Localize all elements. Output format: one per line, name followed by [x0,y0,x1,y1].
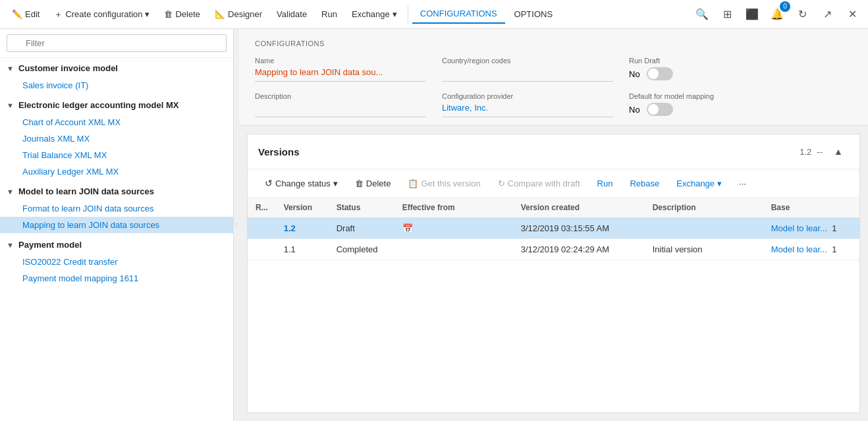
sidebar-item-model-join[interactable]: ▼ Model to learn JOIN data sources [0,182,233,200]
sidebar-item-customer-invoice[interactable]: ▼ Customer invoice model [0,59,233,77]
description-label: Description [255,92,426,100]
sidebar-item-format-join[interactable]: Format to learn JOIN data sources [0,200,233,217]
cell-r-1 [248,218,276,239]
create-configuration-button[interactable]: ＋ Create configuration ▾ [47,5,156,24]
provider-field: Configuration provider Litware, Inc. [442,92,613,117]
sidebar-item-iso20022[interactable]: ISO20022 Credit transfer [0,254,233,270]
country-label: Country/region codes [442,57,613,65]
run-draft-toggle[interactable] [647,67,673,80]
cell-version-2: 1.1 [276,239,329,260]
table-body: 1.2 Draft 📅 3/12/2019 03:15:55 AM [248,218,859,260]
name-label: Name [255,57,426,65]
compare-with-draft-button[interactable]: ↻ Compare with draft [491,175,587,192]
versions-header: Versions 1.2 -- ▲ [248,134,859,169]
resize-handle[interactable]: ⋮ [234,29,239,421]
default-mapping-field: Default for model mapping No [629,92,852,117]
version-number: 1.2 [800,147,811,157]
change-status-icon: ↺ [265,178,273,188]
change-status-button[interactable]: ↺ Change status ▾ [258,175,344,192]
config-section-title: CONFIGURATIONS [255,40,852,47]
app-icon-button[interactable]: ⬛ [742,4,763,25]
cell-r-2 [248,239,276,260]
description-field: Description [255,92,426,117]
sidebar-item-journals-xml[interactable]: Journals XML MX [0,130,233,147]
versions-exchange-button[interactable]: Exchange ▾ [670,175,728,192]
default-mapping-value: No [629,105,640,115]
col-header-effective[interactable]: Effective from [394,198,513,218]
default-mapping-label: Default for model mapping [629,92,852,100]
col-header-status[interactable]: Status [329,198,394,218]
table-row[interactable]: 1.1 Completed 3/12/2019 02:24:29 AM Init… [248,239,859,260]
sidebar-filter-area: 🔍 [0,29,233,58]
options-tab[interactable]: OPTIONS [506,5,561,23]
filter-wrap: 🔍 [7,34,227,52]
table-scroll-area: R... Version Status Effective from Versi… [248,198,859,412]
sidebar-item-sales-invoice[interactable]: Sales invoice (IT) [0,77,233,94]
sidebar-item-payment-model[interactable]: ▼ Payment model [0,236,233,254]
tree-group-electronic-ledger: ▼ Electronic ledger accounting model MX … [0,95,233,181]
versions-delete-icon: 🗑 [355,179,364,188]
toolbar-right: 🔍 ⊞ ⬛ 🔔 0 ↻ ↗ ✕ [692,4,863,25]
run-button[interactable]: Run [315,5,344,23]
configurations-tab[interactable]: CONFIGURATIONS [412,5,505,24]
filter-input[interactable] [7,34,227,52]
country-value [442,67,613,82]
versions-meta: 1.2 -- ▲ [800,141,849,162]
cell-base-2: Model to lear... 1 [763,239,859,260]
col-header-description[interactable]: Description [645,198,763,218]
grid-icon: ⊞ [723,8,732,20]
expand-button[interactable]: ↗ [817,4,838,25]
provider-value[interactable]: Litware, Inc. [442,103,613,117]
col-header-r: R... [248,198,276,218]
rebase-button[interactable]: Rebase [623,175,666,192]
run-draft-field: Run Draft No [629,57,852,82]
versions-delete-button[interactable]: 🗑 Delete [348,175,398,192]
sidebar-item-auxiliary-ledger[interactable]: Auxiliary Ledger XML MX [0,163,233,180]
more-options-button[interactable]: ··· [732,175,753,192]
expand-icon: ↗ [823,8,832,20]
cell-status-1: Draft [329,218,394,239]
sidebar-item-chart-account[interactable]: Chart of Account XML MX [0,114,233,130]
grid-icon-button[interactable]: ⊞ [717,4,738,25]
run-draft-toggle-row: No [629,67,852,80]
default-mapping-toggle[interactable] [647,103,673,116]
cell-created-1: 3/12/2019 03:15:55 AM [513,218,645,239]
create-icon: ＋ [54,9,63,20]
right-content: CONFIGURATIONS Name Mapping to learn JOI… [239,29,868,421]
col-header-version[interactable]: Version [276,198,329,218]
sidebar-item-mapping-join[interactable]: Mapping to learn JOIN data sources [0,217,233,233]
close-button[interactable]: ✕ [842,4,863,25]
cell-version-1: 1.2 [276,218,329,239]
delete-button[interactable]: 🗑 Delete [157,5,207,23]
create-chevron-icon: ▾ [145,9,149,19]
refresh-button[interactable]: ↻ [792,4,813,25]
search-icon: 🔍 [695,8,709,20]
designer-icon: 📐 [215,9,225,19]
collapse-versions-button[interactable]: ▲ [828,141,849,162]
main-layout: 🔍 ▼ Customer invoice model Sales invoice… [0,29,868,421]
toolbar-separator [408,5,408,24]
edit-button[interactable]: ✏️ Edit [5,5,46,23]
exchange-button[interactable]: Exchange ▾ [345,5,404,23]
versions-title: Versions [258,146,300,157]
sidebar-item-trial-balance[interactable]: Trial Balance XML MX [0,147,233,163]
col-header-created[interactable]: Version created [513,198,645,218]
col-header-base[interactable]: Base [763,198,859,218]
tree-group-payment-model: ▼ Payment model ISO20022 Credit transfer… [0,235,233,288]
notification-badge: 0 [780,1,790,12]
table-row[interactable]: 1.2 Draft 📅 3/12/2019 03:15:55 AM [248,218,859,239]
cell-effective-1: 📅 [394,218,513,239]
sidebar-item-electronic-ledger[interactable]: ▼ Electronic ledger accounting model MX [0,96,233,114]
designer-button[interactable]: 📐 Designer [208,5,269,23]
tree-group-customer-invoice: ▼ Customer invoice model Sales invoice (… [0,58,233,95]
validate-button[interactable]: Validate [270,5,313,23]
calendar-icon[interactable]: 📅 [402,223,413,233]
cell-desc-2: Initial version [645,239,763,260]
versions-run-button[interactable]: Run [591,175,620,192]
search-button[interactable]: 🔍 [692,4,713,25]
table-header-row: R... Version Status Effective from Versi… [248,198,859,218]
get-this-version-button[interactable]: 📋 Get this version [401,175,487,192]
toolbar: ✏️ Edit ＋ Create configuration ▾ 🗑 Delet… [0,0,868,29]
sidebar-item-payment-mapping[interactable]: Payment model mapping 1611 [0,270,233,287]
edit-icon: ✏️ [12,9,22,19]
